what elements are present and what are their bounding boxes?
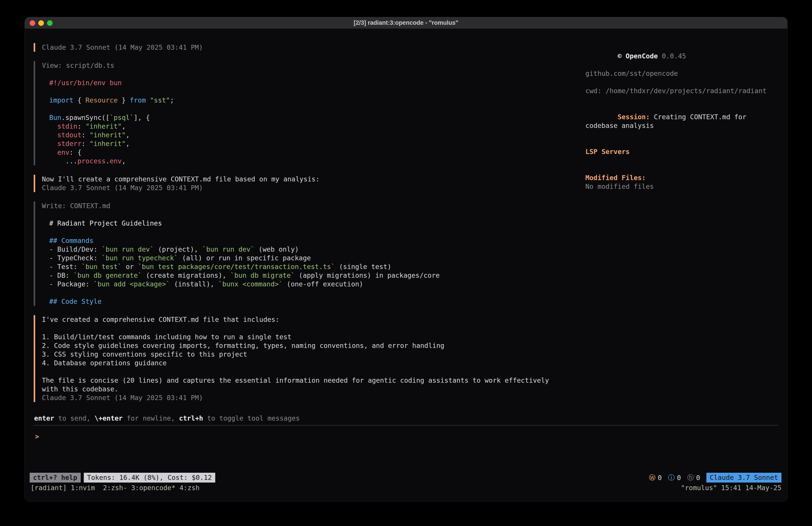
- code-snippet: #!/usr/bin/env bun import { Resource } f…: [49, 79, 581, 166]
- warning-icon: Ⓦ: [649, 473, 656, 482]
- info-icon: ⓘ: [668, 473, 675, 482]
- info-count: 0: [677, 474, 681, 482]
- spacer: [585, 165, 782, 173]
- diagnostic-info: ⓘ0: [668, 473, 681, 482]
- editor-divider: [34, 425, 778, 426]
- desktop-background: [2/3] radiant:3:opencode - "romulus" Cla…: [0, 0, 812, 526]
- message-footer-block: Claude 3.7 Sonnet (14 May 2025 03:41 PM): [34, 43, 581, 52]
- window-title: [2/3] radiant:3:opencode - "romulus": [354, 19, 458, 26]
- minimize-button[interactable]: [38, 20, 44, 26]
- prompt-input[interactable]: >: [35, 432, 39, 441]
- message-meta: Claude 3.7 Sonnet (14 May 2025 03:41 PM): [42, 183, 581, 192]
- app-version: 0.0.45: [662, 52, 686, 60]
- spacer: [585, 156, 782, 165]
- diagnostic-hints: ⓗ0: [687, 473, 700, 482]
- session-text: Creating CONTEXT.md for codebase analysi…: [585, 113, 751, 129]
- maximize-button[interactable]: [47, 20, 53, 26]
- warning-count: 0: [658, 474, 662, 482]
- spacer: [585, 139, 782, 147]
- terminal-window: [2/3] radiant:3:opencode - "romulus" Cla…: [25, 17, 787, 501]
- assistant-message-block: Now I'll create a comprehensive CONTEXT.…: [34, 175, 581, 192]
- tool-view-block: View: script/db.ts #!/usr/bin/env bun im…: [34, 61, 581, 166]
- spacer: [585, 95, 782, 104]
- message-meta: Claude 3.7 Sonnet (14 May 2025 03:41 PM): [42, 43, 581, 52]
- repo-link: github.com/sst/opencode: [585, 69, 782, 78]
- tool-view-title: View: script/db.ts: [42, 61, 581, 70]
- cwd-line: cwd: /home/thdxr/dev/projects/radiant/ra…: [585, 86, 782, 95]
- chat-pane: Claude 3.7 Sonnet (14 May 2025 03:41 PM)…: [34, 43, 581, 411]
- spacer: [585, 78, 782, 86]
- message-text: I've created a comprehensive CONTEXT.md …: [42, 315, 563, 393]
- tmux-status-bar: [radiant] 1:nvim 2:zsh- 3:opencode* 4:zs…: [30, 483, 782, 492]
- message-text: Now I'll create a comprehensive CONTEXT.…: [42, 175, 581, 183]
- window-titlebar[interactable]: [2/3] radiant:3:opencode - "romulus": [25, 17, 787, 29]
- tool-write-title: Write: CONTEXT.md: [42, 201, 581, 210]
- diagnostic-warnings: Ⓦ0: [649, 473, 662, 482]
- window-controls: [30, 17, 53, 29]
- tokens-cost-chip: Tokens: 16.4K (8%), Cost: $0.12: [84, 473, 215, 483]
- close-button[interactable]: [30, 20, 35, 26]
- assistant-message-block-final: I've created a comprehensive CONTEXT.md …: [34, 315, 581, 402]
- tmux-host-time: "romulus" 15:41 14-May-25: [681, 483, 782, 492]
- message-meta: Claude 3.7 Sonnet (14 May 2025 03:41 PM): [42, 393, 581, 402]
- editor-hints: enter to send, \+enter for newline, ctrl…: [34, 414, 300, 423]
- hint-icon: ⓗ: [687, 473, 694, 482]
- status-bar: ctrl+? help Tokens: 16.4K (8%), Cost: $0…: [30, 473, 782, 483]
- modified-files-empty: No modified files: [585, 182, 782, 191]
- model-chip[interactable]: Claude 3.7 Sonnet: [706, 473, 782, 483]
- app-name: © OpenCode: [618, 52, 658, 60]
- status-right: Ⓦ0 ⓘ0 ⓗ0 Claude 3.7 Sonnet: [649, 473, 782, 483]
- info-sidebar: © OpenCode 0.0.45 github.com/sst/opencod…: [585, 43, 782, 191]
- session-label: Session:: [618, 113, 650, 121]
- markdown-preview: # Radiant Project Guidelines ## Commands…: [49, 219, 581, 306]
- tmux-session-windows: [radiant] 1:nvim 2:zsh- 3:opencode* 4:zs…: [30, 483, 200, 492]
- lsp-servers-label: LSP Servers: [585, 147, 782, 156]
- modified-files-label: Modified Files:: [585, 173, 782, 182]
- prompt-char: >: [35, 432, 39, 440]
- help-chip[interactable]: ctrl+? help: [30, 473, 81, 483]
- app-logo-line: © OpenCode 0.0.45: [585, 43, 782, 69]
- session-title: Session: Creating CONTEXT.md for codebas…: [585, 104, 782, 139]
- tool-write-block: Write: CONTEXT.md # Radiant Project Guid…: [34, 201, 581, 306]
- hint-count: 0: [696, 474, 700, 482]
